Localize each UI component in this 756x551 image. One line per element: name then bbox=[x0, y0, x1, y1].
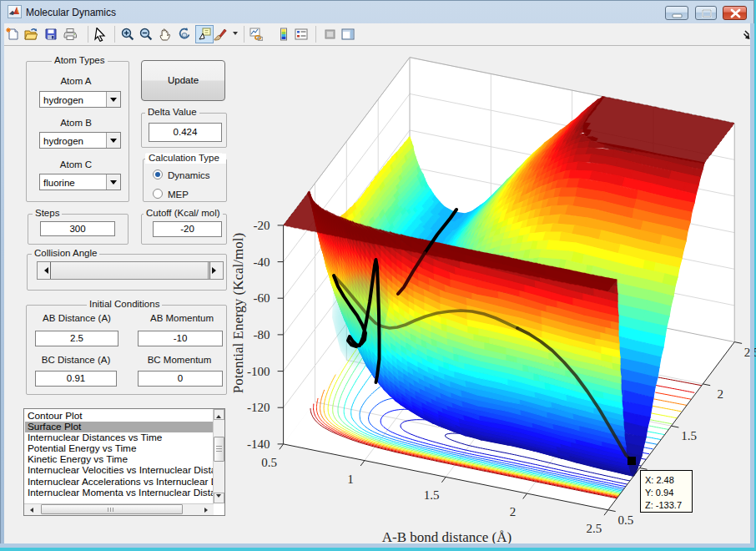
svg-text:X: 2.48: X: 2.48 bbox=[645, 475, 674, 485]
svg-text:Potential Energy (Kcal/mol): Potential Energy (Kcal/mol) bbox=[230, 233, 246, 393]
svg-text:1.5: 1.5 bbox=[681, 429, 697, 442]
svg-text:2: 2 bbox=[718, 387, 724, 401]
svg-text:-40: -40 bbox=[254, 255, 270, 269]
svg-text:2.5: 2.5 bbox=[586, 522, 602, 535]
svg-text:0.5: 0.5 bbox=[617, 513, 633, 527]
svg-text:2: 2 bbox=[510, 505, 517, 518]
svg-text:0.5: 0.5 bbox=[261, 456, 277, 469]
svg-text:1.5: 1.5 bbox=[424, 488, 440, 502]
svg-text:-20: -20 bbox=[254, 219, 270, 232]
svg-text:-120: -120 bbox=[247, 401, 270, 414]
svg-text:1: 1 bbox=[347, 473, 354, 486]
svg-text:Y: 0.94: Y: 0.94 bbox=[645, 488, 673, 498]
svg-text:-140: -140 bbox=[247, 437, 270, 451]
svg-text:Z: -133.7: Z: -133.7 bbox=[645, 500, 682, 510]
svg-text:-80: -80 bbox=[254, 328, 270, 341]
svg-text:-60: -60 bbox=[254, 291, 270, 305]
svg-text:-100: -100 bbox=[247, 365, 270, 378]
